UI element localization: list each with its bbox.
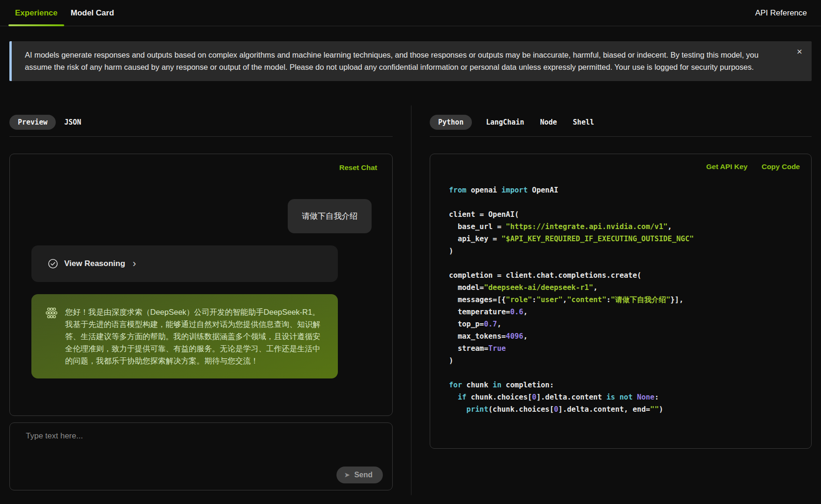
code-column: Python LangChain Node Shell Get API Key … bbox=[430, 115, 812, 495]
tab-node[interactable]: Node bbox=[538, 115, 559, 130]
message-input[interactable]: Type text here... bbox=[26, 431, 383, 441]
tab-preview[interactable]: Preview bbox=[9, 115, 56, 130]
code-panel-actions: Get API Key Copy Code bbox=[441, 163, 800, 171]
api-reference-link[interactable]: API Reference bbox=[755, 0, 807, 26]
send-button-label: Send bbox=[354, 471, 373, 479]
warning-banner: AI models generate responses and outputs… bbox=[9, 41, 812, 81]
right-tab-divider bbox=[430, 136, 812, 137]
chevron-right-icon: › bbox=[133, 259, 136, 269]
user-message-bubble: 请做下自我介绍 bbox=[288, 199, 372, 233]
language-tabs: Python LangChain Node Shell bbox=[430, 115, 812, 130]
top-nav: Experience Model Card API Reference bbox=[0, 0, 821, 26]
code-block[interactable]: from openai import OpenAI client = OpenA… bbox=[449, 184, 800, 415]
warning-banner-text: AI models generate responses and outputs… bbox=[25, 51, 759, 71]
view-reasoning-toggle[interactable]: View Reasoning › bbox=[31, 245, 338, 282]
molecule-cluster-icon bbox=[45, 307, 59, 319]
tab-python[interactable]: Python bbox=[430, 115, 472, 130]
get-api-key-link[interactable]: Get API Key bbox=[706, 163, 747, 171]
chat-column: Preview JSON Reset Chat 请做下自我介绍 View Rea… bbox=[9, 115, 393, 495]
close-icon[interactable]: × bbox=[797, 47, 802, 56]
tab-experience[interactable]: Experience bbox=[8, 0, 64, 26]
assistant-message-bubble: 您好！我是由深度求索（DeepSeek）公司开发的智能助手DeepSeek-R1… bbox=[31, 294, 338, 378]
output-format-tabs: Preview JSON bbox=[9, 115, 393, 130]
view-reasoning-label: View Reasoning bbox=[64, 259, 125, 268]
send-icon: ➤ bbox=[344, 471, 350, 479]
send-button[interactable]: ➤ Send bbox=[336, 467, 383, 483]
left-tab-divider bbox=[9, 136, 393, 137]
tab-shell[interactable]: Shell bbox=[571, 115, 596, 130]
tab-model-card[interactable]: Model Card bbox=[64, 0, 121, 26]
tab-langchain[interactable]: LangChain bbox=[484, 115, 526, 130]
reset-chat-button[interactable]: Reset Chat bbox=[339, 163, 377, 172]
check-circle-icon bbox=[47, 258, 59, 269]
code-panel: Get API Key Copy Code from openai import… bbox=[430, 154, 812, 449]
assistant-message-text: 您好！我是由深度求索（DeepSeek）公司开发的智能助手DeepSeek-R1… bbox=[65, 306, 325, 367]
main-area: Preview JSON Reset Chat 请做下自我介绍 View Rea… bbox=[0, 81, 821, 495]
column-divider bbox=[411, 105, 411, 495]
copy-code-link[interactable]: Copy Code bbox=[761, 163, 800, 171]
tab-json[interactable]: JSON bbox=[62, 115, 83, 130]
chat-panel: Reset Chat 请做下自我介绍 View Reasoning › bbox=[9, 154, 393, 416]
message-composer: Type text here... ➤ Send bbox=[9, 422, 393, 490]
